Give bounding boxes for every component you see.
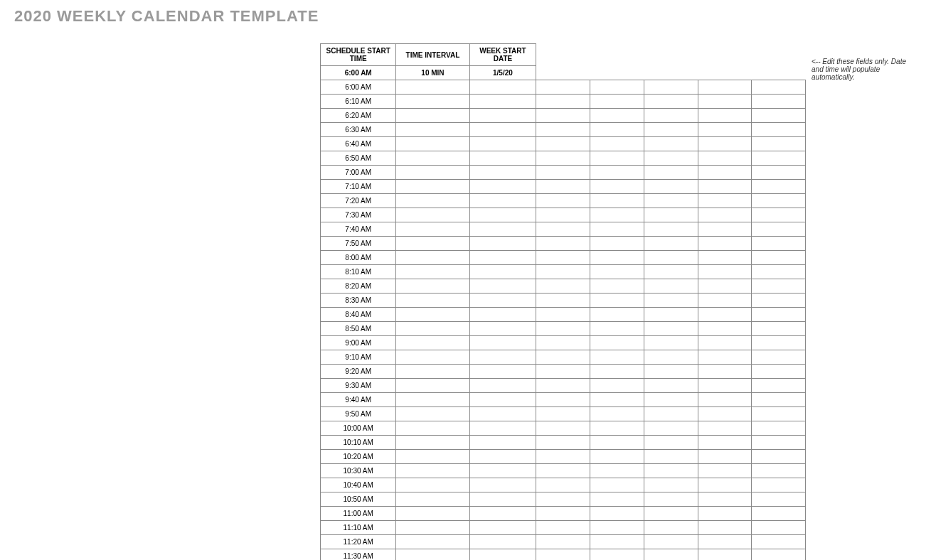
calendar-slot[interactable] — [644, 279, 698, 294]
calendar-slot[interactable] — [469, 251, 536, 265]
calendar-slot[interactable] — [698, 137, 752, 151]
calendar-slot[interactable] — [469, 208, 536, 222]
calendar-slot[interactable] — [752, 180, 806, 194]
calendar-slot[interactable] — [644, 208, 698, 222]
calendar-slot[interactable] — [752, 109, 806, 123]
calendar-slot[interactable] — [469, 80, 536, 95]
calendar-slot[interactable] — [396, 478, 469, 492]
config-value-start[interactable]: 6:00 AM — [321, 66, 396, 80]
calendar-slot[interactable] — [590, 521, 644, 535]
calendar-slot[interactable] — [396, 109, 469, 123]
calendar-slot[interactable] — [644, 237, 698, 251]
calendar-slot[interactable] — [396, 421, 469, 436]
calendar-slot[interactable] — [644, 180, 698, 194]
calendar-slot[interactable] — [644, 365, 698, 379]
calendar-slot[interactable] — [536, 336, 590, 350]
calendar-slot[interactable] — [752, 421, 806, 436]
calendar-slot[interactable] — [698, 294, 752, 308]
calendar-slot[interactable] — [698, 237, 752, 251]
calendar-slot[interactable] — [396, 279, 469, 294]
calendar-slot[interactable] — [396, 365, 469, 379]
calendar-slot[interactable] — [590, 492, 644, 507]
calendar-slot[interactable] — [469, 265, 536, 279]
calendar-slot[interactable] — [469, 450, 536, 464]
calendar-slot[interactable] — [698, 464, 752, 478]
calendar-slot[interactable] — [396, 251, 469, 265]
calendar-slot[interactable] — [698, 549, 752, 561]
calendar-slot[interactable] — [590, 265, 644, 279]
calendar-slot[interactable] — [469, 393, 536, 407]
calendar-slot[interactable] — [644, 294, 698, 308]
calendar-slot[interactable] — [698, 109, 752, 123]
calendar-slot[interactable] — [698, 194, 752, 208]
calendar-slot[interactable] — [590, 109, 644, 123]
calendar-slot[interactable] — [698, 322, 752, 336]
calendar-slot[interactable] — [536, 464, 590, 478]
calendar-slot[interactable] — [396, 336, 469, 350]
calendar-slot[interactable] — [396, 237, 469, 251]
calendar-slot[interactable] — [590, 308, 644, 322]
calendar-slot[interactable] — [469, 322, 536, 336]
calendar-slot[interactable] — [590, 166, 644, 180]
calendar-slot[interactable] — [469, 350, 536, 365]
calendar-slot[interactable] — [590, 421, 644, 436]
calendar-slot[interactable] — [752, 222, 806, 237]
calendar-slot[interactable] — [752, 436, 806, 450]
calendar-slot[interactable] — [536, 294, 590, 308]
calendar-slot[interactable] — [590, 322, 644, 336]
calendar-slot[interactable] — [396, 95, 469, 109]
calendar-slot[interactable] — [590, 464, 644, 478]
calendar-slot[interactable] — [396, 166, 469, 180]
calendar-slot[interactable] — [752, 464, 806, 478]
calendar-slot[interactable] — [396, 393, 469, 407]
calendar-slot[interactable] — [396, 535, 469, 549]
calendar-slot[interactable] — [396, 194, 469, 208]
calendar-slot[interactable] — [590, 123, 644, 137]
calendar-slot[interactable] — [590, 151, 644, 166]
calendar-slot[interactable] — [590, 549, 644, 561]
calendar-slot[interactable] — [752, 251, 806, 265]
calendar-slot[interactable] — [590, 222, 644, 237]
calendar-slot[interactable] — [590, 251, 644, 265]
calendar-slot[interactable] — [644, 379, 698, 393]
calendar-slot[interactable] — [698, 535, 752, 549]
calendar-slot[interactable] — [698, 450, 752, 464]
calendar-slot[interactable] — [590, 436, 644, 450]
calendar-slot[interactable] — [752, 95, 806, 109]
calendar-slot[interactable] — [752, 265, 806, 279]
calendar-slot[interactable] — [396, 322, 469, 336]
calendar-slot[interactable] — [469, 222, 536, 237]
calendar-slot[interactable] — [469, 194, 536, 208]
calendar-slot[interactable] — [752, 166, 806, 180]
calendar-slot[interactable] — [536, 137, 590, 151]
calendar-slot[interactable] — [396, 308, 469, 322]
calendar-slot[interactable] — [644, 421, 698, 436]
calendar-slot[interactable] — [590, 379, 644, 393]
calendar-slot[interactable] — [536, 478, 590, 492]
calendar-slot[interactable] — [644, 222, 698, 237]
calendar-slot[interactable] — [644, 80, 698, 95]
calendar-slot[interactable] — [396, 123, 469, 137]
calendar-slot[interactable] — [698, 436, 752, 450]
calendar-slot[interactable] — [644, 450, 698, 464]
calendar-slot[interactable] — [536, 109, 590, 123]
calendar-slot[interactable] — [590, 80, 644, 95]
calendar-slot[interactable] — [752, 322, 806, 336]
calendar-slot[interactable] — [752, 294, 806, 308]
calendar-slot[interactable] — [752, 80, 806, 95]
calendar-slot[interactable] — [536, 407, 590, 421]
calendar-slot[interactable] — [469, 464, 536, 478]
calendar-slot[interactable] — [396, 180, 469, 194]
calendar-slot[interactable] — [536, 237, 590, 251]
calendar-slot[interactable] — [644, 151, 698, 166]
calendar-slot[interactable] — [644, 109, 698, 123]
calendar-slot[interactable] — [698, 151, 752, 166]
calendar-slot[interactable] — [396, 549, 469, 561]
calendar-slot[interactable] — [396, 208, 469, 222]
calendar-slot[interactable] — [698, 365, 752, 379]
calendar-slot[interactable] — [536, 450, 590, 464]
calendar-slot[interactable] — [644, 407, 698, 421]
calendar-slot[interactable] — [644, 308, 698, 322]
calendar-slot[interactable] — [469, 507, 536, 521]
calendar-slot[interactable] — [644, 436, 698, 450]
